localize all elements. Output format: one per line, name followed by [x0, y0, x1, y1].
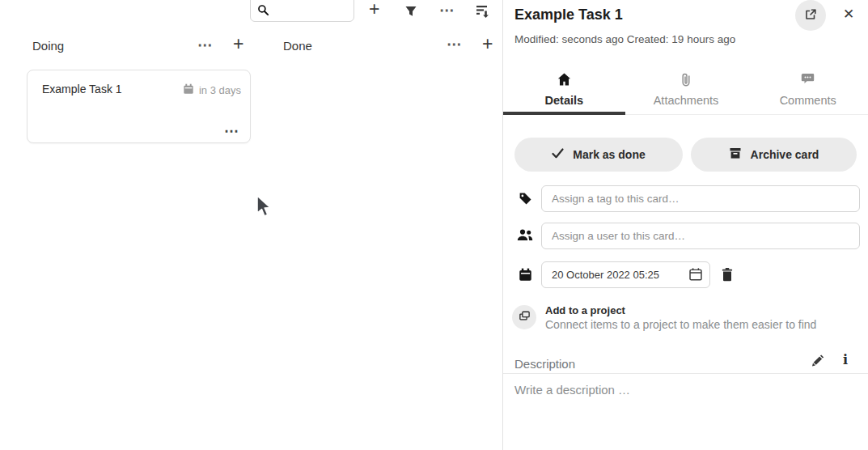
panel-modified-created: Modified: seconds ago Created: 19 hours …	[514, 33, 735, 45]
panel-tabs: Details Attachments Comments	[503, 68, 868, 115]
tab-comments[interactable]: Comments	[747, 68, 868, 114]
assign-user-input[interactable]	[541, 223, 860, 249]
delete-date-icon[interactable]	[721, 267, 734, 284]
mark-as-done-label: Mark as done	[573, 148, 645, 161]
due-date-field[interactable]: 20 October 2022 05:25	[541, 261, 710, 288]
search-input[interactable]	[275, 2, 349, 18]
column-title-done: Done	[283, 39, 312, 53]
mark-as-done-button[interactable]: Mark as done	[514, 138, 683, 172]
description-label: Description	[514, 357, 575, 371]
archive-card-label: Archive card	[751, 148, 819, 161]
card-menu-button[interactable]: ⋯	[224, 125, 239, 137]
description-divider	[503, 373, 868, 374]
add-to-project-title: Add to a project	[545, 304, 625, 316]
calendar-icon	[519, 268, 532, 285]
column-doing-menu-button[interactable]: ⋯	[197, 40, 214, 51]
card-due-date: in 3 days	[183, 83, 241, 97]
kanban-board: + ⋯ Doing ⋯ + Done ⋯ + Example Task 1 in…	[0, 0, 502, 450]
card-title: Example Task 1	[42, 83, 122, 96]
archive-icon	[729, 147, 742, 162]
date-picker-icon[interactable]	[688, 267, 704, 283]
tab-attachments[interactable]: Attachments	[625, 68, 747, 114]
assign-tag-input[interactable]	[541, 185, 860, 212]
card-details-panel: Example Task 1 Modified: seconds ago Cre…	[502, 0, 868, 450]
column-title-doing: Doing	[32, 39, 64, 53]
open-in-window-button[interactable]	[795, 0, 826, 31]
board-add-button[interactable]: +	[369, 1, 379, 17]
paperclip-icon	[625, 73, 747, 87]
description-editor[interactable]: Write a description …	[514, 383, 630, 397]
tab-attachments-label: Attachments	[625, 94, 747, 107]
search-icon	[257, 4, 269, 16]
archive-card-button[interactable]: Archive card	[691, 138, 857, 172]
add-to-project-subtitle: Connect items to a project to make them …	[545, 318, 816, 331]
tag-icon	[519, 192, 532, 209]
calendar-small-icon	[183, 83, 194, 97]
close-icon[interactable]: ✕	[839, 4, 858, 23]
description-info-icon[interactable]: i	[843, 352, 848, 367]
tab-details-label: Details	[503, 94, 625, 107]
due-date-value: 20 October 2022 05:25	[552, 269, 659, 281]
filter-icon[interactable]	[404, 5, 417, 20]
sort-icon[interactable]	[473, 4, 489, 21]
board-menu-button[interactable]: ⋯	[439, 5, 455, 16]
column-done-menu-button[interactable]: ⋯	[447, 39, 463, 50]
add-to-project-button[interactable]	[512, 305, 536, 329]
project-icon	[519, 310, 531, 325]
column-done-add-button[interactable]: +	[482, 36, 493, 52]
panel-title: Example Task 1	[514, 6, 623, 23]
edit-description-icon[interactable]	[811, 354, 824, 370]
column-doing-add-button[interactable]: +	[233, 36, 243, 52]
task-card[interactable]: Example Task 1 in 3 days ⋯	[27, 70, 251, 143]
chat-icon	[747, 73, 868, 87]
users-icon	[517, 229, 533, 244]
tab-details[interactable]: Details	[503, 68, 625, 114]
home-icon	[503, 73, 625, 87]
search-entry[interactable]	[250, 0, 354, 22]
check-icon	[552, 148, 564, 161]
tab-comments-label: Comments	[747, 94, 868, 107]
open-external-icon	[804, 8, 817, 23]
mouse-cursor	[254, 194, 273, 222]
card-due-label: in 3 days	[199, 84, 241, 96]
